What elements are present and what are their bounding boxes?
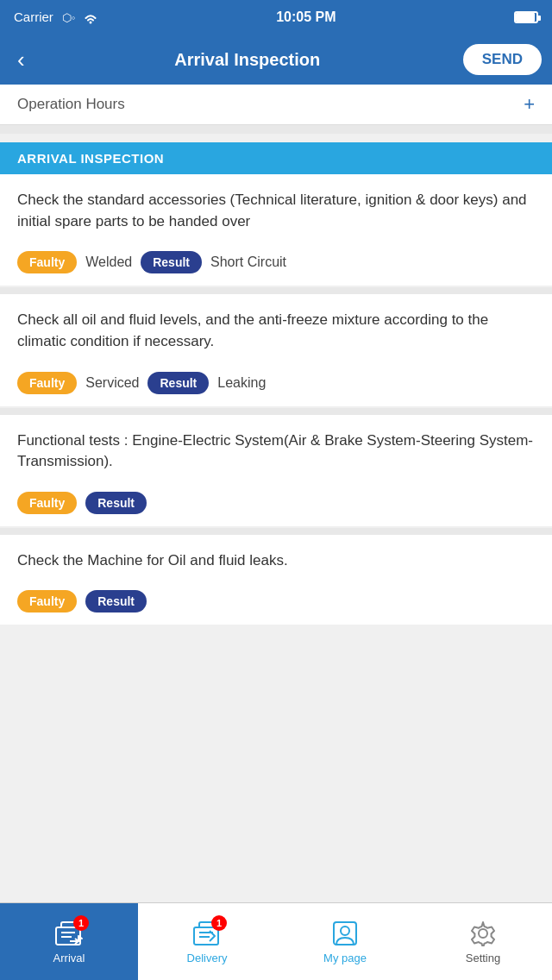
tab-arrival[interactable]: 1 Arrival [0, 903, 138, 980]
wifi-icon: ⬡◦ [62, 11, 76, 24]
navigation-bar: ‹ Arrival Inspection SEND [0, 35, 552, 85]
tab-mypage[interactable]: My page [276, 903, 414, 980]
delivery-label: Delivery [187, 952, 228, 964]
operation-hours-label: Operation Hours [17, 96, 125, 113]
page-title: Arrival Inspection [32, 50, 463, 70]
mypage-icon [330, 920, 360, 946]
battery-icon [514, 11, 538, 23]
svg-point-7 [341, 927, 349, 935]
plus-icon[interactable]: + [524, 93, 535, 116]
result-badge-1[interactable]: Result [141, 251, 202, 273]
result-value-1: Short Circuit [210, 254, 286, 270]
inspection-text-2: Check all oil and fluid levels, and the … [0, 294, 552, 364]
tab-setting[interactable]: Setting [414, 903, 552, 980]
faulty-value-2: Serviced [85, 375, 139, 391]
mypage-label: My page [323, 952, 367, 964]
mypage-icon-wrap [329, 919, 361, 948]
status-bar: Carrier ⬡◦ 10:05 PM [0, 0, 552, 35]
inspection-item-3: Functional tests : Engine-Electric Syste… [0, 415, 552, 526]
inspection-item-1: Check the standard accessories (Technica… [0, 174, 552, 286]
inspection-text-3: Functional tests : Engine-Electric Syste… [0, 415, 552, 485]
inspection-actions-2: FaultyServicedResultLeaking [0, 365, 552, 406]
delivery-badge: 1 [211, 915, 227, 931]
carrier-label: Carrier ⬡◦ [14, 9, 98, 24]
send-button[interactable]: SEND [463, 44, 542, 75]
arrival-icon-wrap: 1 [53, 919, 85, 948]
inspection-actions-1: FaultyWeldedResultShort Circuit [0, 244, 552, 286]
tab-bar: 1 Arrival 1 Delivery My page [0, 902, 552, 980]
faulty-badge-2[interactable]: Faulty [17, 372, 77, 394]
inspection-items-list: Check the standard accessories (Technica… [0, 174, 552, 625]
item-divider [0, 287, 552, 294]
result-badge-2[interactable]: Result [147, 372, 209, 394]
wifi-signal-icon [83, 13, 98, 25]
section-divider [0, 125, 552, 134]
result-badge-3[interactable]: Result [85, 492, 147, 514]
status-time: 10:05 PM [276, 9, 336, 25]
faulty-badge-1[interactable]: Faulty [17, 251, 77, 273]
operation-hours-row[interactable]: Operation Hours + [0, 85, 552, 125]
setting-icon [468, 920, 498, 946]
setting-icon-wrap [467, 919, 499, 948]
item-divider [0, 528, 552, 535]
faulty-value-1: Welded [85, 254, 132, 270]
section-header: ARRIVAL INSPECTION [0, 142, 552, 174]
back-button[interactable]: ‹ [10, 40, 32, 80]
faulty-badge-4[interactable]: Faulty [17, 590, 77, 612]
svg-point-8 [479, 929, 487, 938]
inspection-actions-3: FaultyResult [0, 485, 552, 526]
arrival-label: Arrival [53, 952, 85, 964]
inspection-actions-4: FaultyResult [0, 583, 552, 625]
item-divider [0, 408, 552, 415]
delivery-icon-wrap: 1 [191, 919, 223, 948]
inspection-item-4: Check the Machine for Oil and fluid leak… [0, 535, 552, 625]
setting-label: Setting [466, 952, 500, 964]
main-content: Operation Hours + ARRIVAL INSPECTION Che… [0, 85, 552, 704]
result-badge-4[interactable]: Result [85, 590, 147, 612]
inspection-text-4: Check the Machine for Oil and fluid leak… [0, 535, 552, 584]
inspection-item-2: Check all oil and fluid levels, and the … [0, 294, 552, 405]
result-value-2: Leaking [217, 375, 266, 391]
faulty-badge-3[interactable]: Faulty [17, 492, 77, 514]
tab-delivery[interactable]: 1 Delivery [138, 903, 276, 980]
inspection-text-1: Check the standard accessories (Technica… [0, 174, 552, 244]
arrival-badge: 1 [73, 915, 89, 931]
